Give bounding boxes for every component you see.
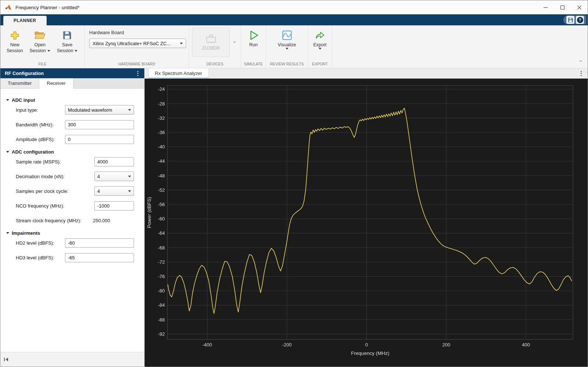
section-impairments[interactable]: Impairments [6,230,144,236]
plot-background [145,79,588,367]
minimize-button[interactable] [537,0,554,14]
open-session-button[interactable]: Open Session [26,28,53,55]
rf-config-tab-bar: Transmitter Receiver [0,78,144,89]
section-label-simulate: SIMULATE [241,60,266,68]
hd3-level-label: HD3 level (dBFS): [16,255,65,260]
receiver-form: ADC input Input type: Modulated waveform… [0,89,144,352]
new-session-button[interactable]: New Session [3,28,26,55]
tab-planner[interactable]: PLANNER [3,16,47,25]
hd2-level-input[interactable] [65,238,134,248]
samples-per-clock-select[interactable]: 4 [94,186,134,196]
y-tick-label: -64 [158,230,165,236]
stream-clock-label: Stream clock frequency (MHz): [16,218,93,223]
chevron-down-icon [128,109,131,111]
quick-access-toolbar: ? [563,15,586,24]
spectrum-svg: -24-28-32-36-40-44-48-52-56-60-64-68-72-… [145,79,588,367]
y-tick-label: -48 [158,173,165,179]
device-name: ZU28DR [202,46,220,51]
collapse-triangle-icon [6,151,9,153]
collapse-triangle-icon [6,99,9,101]
amplitude-input[interactable] [65,135,134,144]
bandwidth-label: Bandwidth (MHz): [16,122,65,127]
y-tick-label: -40 [158,144,165,150]
run-button[interactable]: Run [245,28,262,49]
x-axis-title: Frequency (MHz) [351,350,389,356]
open-folder-icon [35,29,46,42]
x-tick-label: 400 [522,342,530,348]
field-bandwidth: Bandwidth (MHz): [16,120,134,129]
input-type-label: Input type: [16,107,65,113]
hd3-level-input[interactable] [65,253,134,262]
chevron-down-icon [286,48,288,50]
hardware-board-dropdown[interactable]: Xilinx Zynq UltraScale+ RFSoC ZC... [89,39,186,48]
rf-configuration-panel: RF Configuration Transmitter Receiver AD… [0,68,145,367]
x-tick-label: 200 [442,342,450,348]
field-decimation-mode: Decimation mode (xN): 4 [16,172,134,181]
chevron-down-icon [128,176,131,177]
stream-clock-value: 250.000 [93,218,134,223]
y-tick-label: -28 [158,101,165,107]
field-samples-per-clock: Samples per clock cycle: 4 [16,186,134,196]
panel-menu-kebab-icon[interactable] [136,69,140,78]
field-nco-frequency: NCO frequency (MHz): [16,201,134,211]
y-tick-label: -76 [158,274,165,279]
tab-transmitter[interactable]: Transmitter [0,78,39,88]
decimation-mode-select[interactable]: 4 [94,172,134,181]
help-icon: ? [577,17,583,23]
main-area: RF Configuration Transmitter Receiver AD… [0,68,588,367]
x-tick-label: -200 [282,342,292,348]
field-amplitude: Amplitude (dBFS): [16,134,134,144]
input-type-select[interactable]: Modulated waveform [65,105,134,115]
save-icon [568,17,573,23]
quick-save-button[interactable] [566,16,574,24]
field-sample-rate: Sample rate (MSPS): [16,157,134,166]
new-plus-icon [10,29,20,42]
document-menu-kebab-icon[interactable] [579,69,583,78]
section-adc-input[interactable]: ADC input [6,97,144,103]
visualize-button[interactable]: Visualize [275,28,300,51]
skip-to-start-icon [3,357,9,362]
rf-configuration-header: RF Configuration [0,68,144,78]
field-hd3-level: HD3 level (dBFS): [16,253,134,262]
go-to-start-button[interactable] [3,357,9,362]
window-title: Frequency Planner - untitled* [15,5,80,10]
hd2-level-label: HD2 level (dBFS): [16,240,65,246]
ribbon-section-export: Export EXPORT [308,25,332,68]
nco-frequency-label: NCO frequency (MHz): [16,203,94,209]
export-button[interactable]: Export [310,28,330,51]
samples-per-clock-label: Samples per clock cycle: [16,188,94,194]
y-tick-label: -52 [158,187,165,193]
left-panel-status-bar [0,352,144,367]
chevron-down-icon [233,42,236,43]
tab-rx-spectrum-analyzer[interactable]: Rx Spectrum Analyzer [148,68,209,78]
sample-rate-input[interactable] [94,157,134,166]
maximize-button[interactable] [554,0,571,14]
x-tick-label: 0 [365,342,368,348]
title-bar: Frequency Planner - untitled* [0,0,588,14]
y-tick-label: -56 [158,202,165,207]
device-zu28dr-tile[interactable]: ZU28DR [192,28,230,57]
ribbon-section-devices: ZU28DR DEVICES [189,25,241,68]
collapse-ribbon-button[interactable]: ⌃ [578,59,583,66]
tab-receiver[interactable]: Receiver [39,78,73,89]
field-hd2-level: HD2 level (dBFS): [16,238,134,248]
device-dropdown-button[interactable] [231,28,238,57]
save-session-button[interactable]: Save Session [54,28,81,55]
y-tick-label: -80 [158,288,165,294]
section-adc-configuration[interactable]: ADC configuration [6,149,144,155]
y-tick-label: -92 [158,331,165,337]
ribbon-section-file: New Session Open Session [0,25,85,68]
section-label-devices: DEVICES [189,60,241,68]
y-tick-label: -60 [158,216,165,222]
bandwidth-input[interactable] [65,120,134,129]
amplitude-label: Amplitude (dBFS): [16,137,65,142]
help-button[interactable]: ? [576,16,584,24]
document-tab-bar: Rx Spectrum Analyzer [145,68,588,79]
ribbon-section-simulate: Run SIMULATE [241,25,266,68]
field-stream-clock: Stream clock frequency (MHz): 250.000 [16,216,134,225]
close-button[interactable] [571,0,588,14]
decimation-mode-label: Decimation mode (xN): [16,174,94,179]
y-axis-title: Power (dBFS) [146,197,152,228]
nco-frequency-input[interactable] [94,201,134,211]
sample-rate-label: Sample rate (MSPS): [16,159,94,165]
